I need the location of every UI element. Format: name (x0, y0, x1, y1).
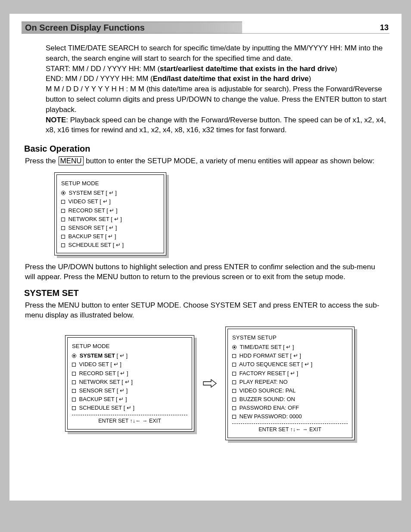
note-label: NOTE (46, 116, 66, 124)
basic-p-a: Press the (25, 157, 58, 165)
checkbox-icon (72, 380, 76, 384)
osd-item: NEW PASSWORD: 0000 (232, 412, 348, 421)
checkbox-icon (232, 372, 236, 376)
radio-icon (72, 354, 76, 358)
enter-icon: ↵ (109, 224, 114, 231)
enter-icon: ↵ (109, 207, 114, 214)
osd-system-setup: SYSTEM SETUP TIME/DATE SET [ ↵ ] HDD FOR… (225, 327, 355, 440)
osd-title: SETUP MODE (72, 342, 187, 351)
enter-icon: ↵ (114, 361, 118, 367)
osd-item: SENSOR SET [ ↵ ] (61, 224, 159, 232)
checkbox-icon (61, 243, 65, 247)
osd-item: RECORD SET [ ↵ ] (61, 206, 159, 215)
start-line-c: ) (335, 65, 337, 73)
osd-footer: ENTER SET ↑↓← → EXIT (72, 415, 187, 425)
osd-title: SYSTEM SETUP (232, 333, 348, 342)
intro-paragraphs: Select TIME/DATE SEARCH to search for sp… (46, 43, 387, 135)
osd-item: NETWORK SET [ ↵ ] (61, 215, 159, 224)
end-line-b: End/last date/time that exist in the har… (153, 75, 309, 83)
basic-after-paragraph: Press the UP/DOWN buttons to highlight s… (25, 262, 387, 282)
checkbox-icon (61, 209, 65, 213)
checkbox-icon (61, 235, 65, 239)
instruction-p4: M M / D D / Y Y Y Y H H : M M (this date… (46, 84, 387, 115)
osd-item: VIDEO SET [ ↵ ] (72, 360, 187, 369)
osd-item: PLAY REPEAT: NO (232, 378, 348, 386)
osd-item: RECORD SET [ ↵ ] (72, 369, 187, 378)
checkbox-icon (232, 354, 236, 358)
enter-icon: ↵ (103, 198, 108, 205)
checkbox-icon (61, 218, 65, 221)
checkbox-icon (72, 406, 76, 410)
start-line-a: START: MM / DD / YYYY HH: MM ( (46, 65, 160, 73)
osd-item: BACKUP SET [ ↵ ] (72, 395, 187, 404)
osd-item: SENSOR SET [ ↵ ] (72, 386, 187, 395)
page-number: 13 (380, 22, 389, 34)
enter-icon: ↵ (119, 396, 124, 402)
section-title: On Screen Display Functions (22, 22, 389, 34)
checkbox-icon (232, 380, 236, 384)
enter-icon: ↵ (286, 344, 291, 350)
osd-item: PASSWORD ENA: OFF (232, 404, 348, 412)
checkbox-icon (232, 415, 236, 419)
radio-icon (61, 191, 65, 195)
enter-icon: ↵ (114, 216, 119, 222)
heading-basic-operation: Basic Operation (24, 144, 387, 154)
enter-icon: ↵ (305, 361, 309, 367)
osd-item: SYSTEM SET [ ↵ ] (72, 352, 187, 360)
checkbox-icon (232, 398, 236, 401)
enter-icon: ↵ (120, 352, 125, 359)
enter-icon: ↵ (290, 370, 295, 376)
basic-p-b: button to enter the SETUP MODE, a variet… (84, 157, 374, 165)
osd-footer: ENTER SET ↑↓← → EXIT (232, 423, 348, 434)
enter-icon: ↵ (109, 190, 114, 196)
checkbox-icon (232, 406, 236, 410)
osd-item: SCHEDULE SET [ ↵ ] (72, 404, 187, 412)
checkbox-icon (72, 398, 76, 401)
osd-item: VIDEO SET [ ↵ ] (61, 197, 159, 206)
enter-icon: ↵ (120, 387, 125, 394)
osd-item: HDD FORMAT SET [ ↵ ] (232, 352, 348, 360)
checkbox-icon (232, 363, 236, 367)
system-set-paragraph: Press the MENU button to enter SETUP MOD… (25, 301, 387, 320)
osd-item: SYSTEM SET [ ↵ ] (61, 189, 159, 197)
start-line-b: start/earliest date/time that exists in … (160, 65, 335, 73)
checkbox-icon (72, 372, 76, 376)
osd-setup-mode-2: SETUP MODE SYSTEM SET [ ↵ ] VIDEO SET [ … (65, 335, 194, 432)
section-header: On Screen Display Functions 13 (22, 22, 389, 34)
checkbox-icon (61, 226, 65, 230)
osd-setup-mode-1: SETUP MODE SYSTEM SET [ ↵ ] VIDEO SET [ … (54, 172, 166, 255)
intro-p1: Select TIME/DATE SEARCH to search for sp… (46, 43, 387, 64)
osd-item: NETWORK SET [ ↵ ] (72, 378, 187, 386)
checkbox-icon (72, 389, 76, 393)
osd-item: AUTO SEQUENCE SET [ ↵ ] (232, 360, 348, 369)
enter-icon: ↵ (108, 233, 113, 240)
heading-system-set: SYSTEM SET (24, 288, 387, 298)
osd-item: BACKUP SET [ ↵ ] (61, 232, 159, 241)
arrow-right-icon (202, 378, 218, 389)
osd-item: VIDEO SOURCE: PAL (232, 386, 348, 395)
enter-icon: ↵ (120, 370, 125, 376)
enter-icon: ↵ (127, 404, 131, 411)
checkbox-icon (232, 389, 236, 393)
osd-item: SCHEDULE SET [ ↵ ] (61, 241, 159, 249)
checkbox-icon (72, 363, 76, 367)
note-body: : Playback speed can be change with the … (46, 116, 386, 134)
osd-item: BUZZER SOUND: ON (232, 395, 348, 404)
enter-icon: ↵ (125, 379, 130, 385)
enter-icon: ↵ (293, 352, 298, 359)
end-line-c: ) (309, 75, 311, 83)
osd-item: TIME/DATE SET [ ↵ ] (232, 343, 348, 352)
radio-icon (232, 345, 237, 349)
osd-title: SETUP MODE (61, 179, 159, 188)
osd-item: FACTORY RESET [ ↵ ] (232, 369, 348, 378)
menu-button-label: MENU (59, 156, 84, 165)
enter-icon: ↵ (116, 242, 121, 248)
end-line-a: END: MM / DD / YYYY HH: MM ( (46, 75, 153, 83)
checkbox-icon (61, 200, 65, 204)
